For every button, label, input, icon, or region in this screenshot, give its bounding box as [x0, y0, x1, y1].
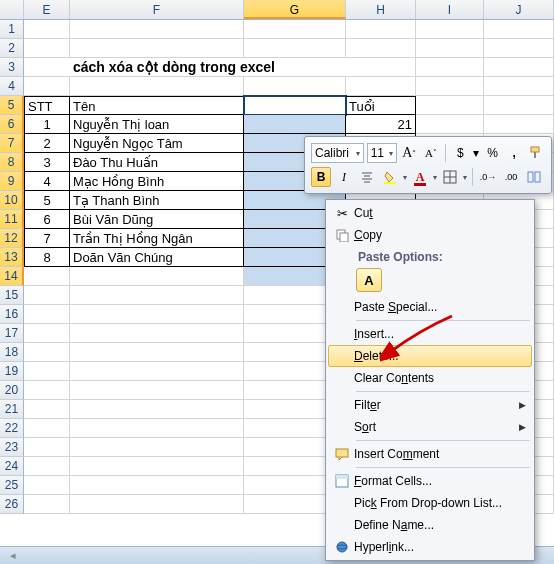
cell[interactable] [70, 77, 244, 96]
cell[interactable] [24, 20, 70, 39]
increase-decimal-icon[interactable]: .0→ [478, 167, 498, 187]
cell[interactable] [244, 58, 346, 77]
row-header[interactable]: 2 [0, 39, 24, 58]
cell[interactable] [484, 77, 554, 96]
menu-cut[interactable]: ✂ CutCut [328, 202, 532, 224]
font-size-picker[interactable]: 11▾ [367, 143, 397, 163]
menu-delete[interactable]: Delete... [328, 345, 532, 367]
cell[interactable] [70, 438, 244, 457]
format-painter-icon[interactable] [526, 143, 545, 163]
cell[interactable] [24, 77, 70, 96]
cell[interactable] [416, 58, 484, 77]
cell[interactable]: 21 [346, 115, 416, 134]
cell[interactable] [24, 58, 70, 77]
cell[interactable] [70, 381, 244, 400]
row-header[interactable]: 9 [0, 172, 24, 191]
row-header[interactable]: 4 [0, 77, 24, 96]
col-header-F[interactable]: F [70, 0, 244, 19]
cell[interactable] [484, 20, 554, 39]
row-header[interactable]: 5 [0, 96, 24, 115]
cell[interactable] [70, 305, 244, 324]
cell[interactable] [24, 267, 70, 286]
cell[interactable]: Trần Thị Hồng Ngân [70, 229, 244, 248]
cell[interactable] [416, 77, 484, 96]
row-header[interactable]: 22 [0, 419, 24, 438]
cell[interactable] [244, 39, 346, 58]
row-header[interactable]: 6 [0, 115, 24, 134]
row-header[interactable]: 15 [0, 286, 24, 305]
cell[interactable] [484, 115, 554, 134]
percent-button[interactable]: % [483, 143, 502, 163]
row-header[interactable]: 13 [0, 248, 24, 267]
row-header[interactable]: 26 [0, 495, 24, 514]
row-header[interactable]: 14 [0, 267, 24, 286]
row-header[interactable]: 12 [0, 229, 24, 248]
cell[interactable]: Mạc Hồng Bình [70, 172, 244, 191]
cell[interactable]: 3 [24, 153, 70, 172]
cell[interactable] [346, 20, 416, 39]
row-header[interactable]: 16 [0, 305, 24, 324]
cell[interactable] [244, 77, 346, 96]
cell[interactable]: Nguyễn Ngọc Tâm [70, 134, 244, 153]
cell[interactable]: Doãn Văn Chúng [70, 248, 244, 267]
cell[interactable] [70, 457, 244, 476]
cell[interactable] [244, 20, 346, 39]
cell[interactable]: 8 [24, 248, 70, 267]
row-header[interactable]: 21 [0, 400, 24, 419]
row-header[interactable]: 19 [0, 362, 24, 381]
cell[interactable] [244, 115, 346, 134]
italic-button[interactable]: I [334, 167, 354, 187]
cell[interactable] [70, 267, 244, 286]
select-all-corner[interactable] [0, 0, 24, 19]
menu-pick-from-list[interactable]: Pick From Drop-down List... [328, 492, 532, 514]
cell[interactable] [416, 39, 484, 58]
menu-copy[interactable]: Copy [328, 224, 532, 246]
menu-insert-comment[interactable]: Insert Comment [328, 443, 532, 465]
decrease-decimal-icon[interactable]: .00 [501, 167, 521, 187]
cell[interactable] [70, 324, 244, 343]
cell[interactable]: 1 [24, 115, 70, 134]
cell[interactable] [24, 362, 70, 381]
borders-icon[interactable] [440, 167, 460, 187]
cell[interactable] [70, 39, 244, 58]
cell[interactable] [416, 96, 484, 115]
menu-hyperlink[interactable]: Hyperlink... [328, 536, 532, 558]
cell[interactable] [24, 438, 70, 457]
sheet-tab-indicator[interactable]: ◂ [10, 549, 16, 562]
cell[interactable]: 2 [24, 134, 70, 153]
cell[interactable] [24, 457, 70, 476]
cell[interactable]: Bùi Văn Dũng [70, 210, 244, 229]
menu-filter[interactable]: Filter ▶ [328, 394, 532, 416]
cell[interactable] [346, 58, 416, 77]
cell[interactable]: STT [24, 96, 70, 115]
cell[interactable] [484, 39, 554, 58]
cell[interactable] [484, 96, 554, 115]
cell[interactable] [346, 77, 416, 96]
cell[interactable] [24, 495, 70, 514]
cell[interactable] [24, 39, 70, 58]
cell[interactable] [70, 400, 244, 419]
cell[interactable]: 6 [24, 210, 70, 229]
shrink-font-button[interactable]: A˅ [422, 143, 441, 163]
menu-sort[interactable]: Sort ▶ [328, 416, 532, 438]
cell[interactable] [70, 343, 244, 362]
cell[interactable]: 7 [24, 229, 70, 248]
cell[interactable] [70, 476, 244, 495]
row-header[interactable]: 10 [0, 191, 24, 210]
cell[interactable]: 5 [24, 191, 70, 210]
comma-button[interactable]: , [505, 143, 524, 163]
cell[interactable]: Tuổi [346, 96, 416, 115]
row-header[interactable]: 18 [0, 343, 24, 362]
cell[interactable] [416, 20, 484, 39]
col-header-G[interactable]: G [244, 0, 346, 19]
cell[interactable] [24, 305, 70, 324]
cell[interactable] [244, 96, 346, 115]
cell[interactable]: Tên [70, 96, 244, 115]
font-picker[interactable]: Calibri▾ [311, 143, 364, 163]
align-center-icon[interactable] [357, 167, 377, 187]
cell[interactable]: Đào Thu Huấn [70, 153, 244, 172]
cell[interactable] [24, 381, 70, 400]
row-header[interactable]: 20 [0, 381, 24, 400]
col-header-I[interactable]: I [416, 0, 484, 19]
merge-icon[interactable] [524, 167, 544, 187]
